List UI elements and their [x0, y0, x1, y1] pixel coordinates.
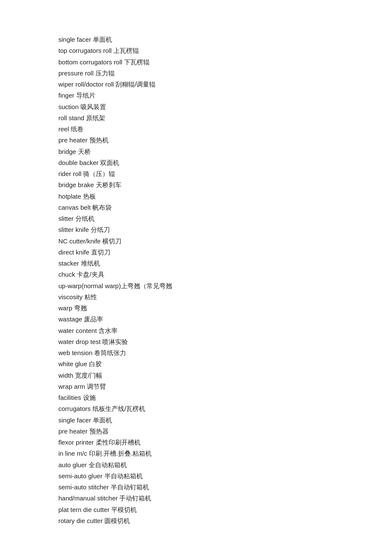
list-item: single facer 单面机 [58, 415, 392, 426]
list-item: single facer 单面机 [58, 34, 392, 45]
list-item: water drop test 喷淋实验 [58, 336, 392, 347]
main-content: single facer 单面机top corrugators roll 上瓦楞… [0, 0, 392, 555]
list-item: pressure roll 压力辊 [58, 68, 392, 79]
list-item: white glue 白胶 [58, 358, 392, 370]
list-item: semi-auto stitcher 半自动钉箱机 [58, 482, 392, 493]
list-item: bottom corrugators roll 下瓦楞辊 [58, 57, 392, 68]
list-item: bridge 天桥 [58, 146, 392, 157]
list-item: web tension 卷筒纸张力 [58, 347, 392, 358]
list-item: flexor printer 柔性印刷开槽机 [58, 437, 392, 448]
list-item: NC cutter/knife 横切刀 [58, 236, 392, 247]
list-item: warp 弯翘 [58, 303, 392, 314]
list-item: slitter knife 分纸刀 [58, 224, 392, 235]
list-item: wrap arm 调节臂 [58, 381, 392, 392]
list-item: bridge brake 天桥刹车 [58, 179, 392, 191]
list-item: rider roll 骑（压）辊 [58, 168, 392, 179]
list-item: viscosity 粘性 [58, 292, 392, 303]
list-item: roll stand 原纸架 [58, 113, 392, 124]
list-item: wiper roll/doctor roll 刮糊辊/调量辊 [58, 79, 392, 90]
list-item: suction 吸风装置 [58, 101, 392, 113]
list-item: facilities 设施 [58, 392, 392, 403]
list-item: top corrugators roll 上瓦楞辊 [58, 45, 392, 56]
list-item: hotplate 热板 [58, 191, 392, 202]
list-item: plat tern die cutter 平模切机 [58, 504, 392, 515]
list-item: direct knife 直切刀 [58, 247, 392, 258]
list-item: hand/manual stitcher 手动钉箱机 [58, 493, 392, 504]
list-item: up-warp(normal warp)上弯翘（常见弯翘 [58, 280, 392, 292]
list-item: chuck 卡盘/夹具 [58, 269, 392, 280]
list-item: corrugators 纸板生产线/瓦楞机 [58, 403, 392, 414]
list-item: semi-auto gluer 半自动粘箱机 [58, 471, 392, 482]
list-item: width 宽度/门幅 [58, 370, 392, 381]
list-item: water content 含水率 [58, 325, 392, 336]
list-item: reel 纸卷 [58, 124, 392, 135]
list-item: pre heater 预热器 [58, 426, 392, 437]
list-item: wastage 废品率 [58, 314, 392, 325]
list-item: stacker 堆纸机 [58, 258, 392, 269]
list-item: rotary die cutter 圆模切机 [58, 515, 392, 526]
list-item: pre heater 预热机 [58, 135, 392, 146]
list-item: double backer 双面机 [58, 157, 392, 168]
list-item: finger 导纸片 [58, 90, 392, 101]
list-item: in line m/c 印刷.开槽.折叠.粘箱机 [58, 448, 392, 459]
list-item: auto gluer 全自动粘箱机 [58, 460, 392, 471]
list-item: slitter 分纸机 [58, 213, 392, 224]
list-item: canvas belt 帆布袋 [58, 202, 392, 213]
